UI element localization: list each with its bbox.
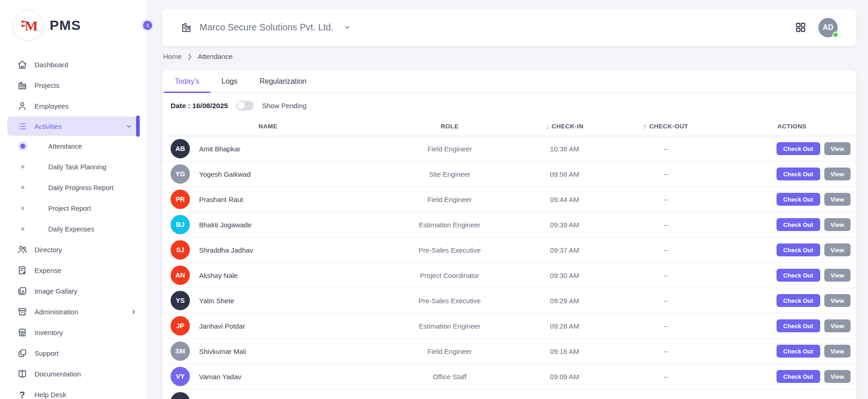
sort-arrow-up-icon: ↑ [643,122,647,130]
check-out-time: -- [604,246,728,254]
avatar: VY [171,367,190,386]
company-selector[interactable]: Marco Secure Solutions Pvt. Ltd. [181,22,351,33]
show-pending-toggle[interactable] [236,101,254,110]
svg-text:M: M [25,18,38,33]
apps-grid-icon[interactable] [795,22,806,33]
list-icon [17,121,28,132]
employee-role: Office Staff [374,373,525,381]
employee-name: Yatin Shete [199,297,234,305]
column-header-actions: ACTIONS [728,123,856,130]
store-icon [17,327,28,338]
view-button[interactable]: View [824,168,851,180]
sidebar-item-help-desk[interactable]: ?Help Desk [0,384,147,399]
check-out-button[interactable]: Check Out [777,142,820,155]
check-out-button[interactable]: Check Out [777,168,820,180]
employee-role: Field Engineer [374,196,525,203]
check-in-time: 09:28 AM [525,322,604,330]
column-header-role[interactable]: ROLE [374,123,525,130]
column-header-checkout[interactable]: ↑ CHECK-OUT [604,122,728,130]
column-header-name[interactable]: NAME [162,123,374,130]
sidebar-item-support[interactable]: Support [0,343,147,364]
view-button[interactable]: View [824,370,851,383]
sidebar-item-image-gallary[interactable]: Image Gallary [0,281,147,301]
sidebar-subitem-attendance[interactable]: Attendance [0,136,147,156]
table-row-partial [162,389,856,399]
sidebar-item-documentation[interactable]: Documentation [0,364,147,384]
sidebar-item-label: Help Desk [34,391,66,399]
bullet-dot-icon [21,227,24,231]
check-out-button[interactable]: Check Out [777,218,820,231]
view-button[interactable]: View [824,142,851,155]
breadcrumb: Home ❯ Attendance [163,52,233,60]
check-in-time: 09:30 AM [525,272,604,279]
view-button[interactable]: View [824,218,851,231]
sidebar-subitem-label: Daily Expenses [48,226,94,233]
attendance-card: Today'sLogsRegularization Date : 16/08/2… [162,70,856,399]
people-icon [17,244,28,255]
sidebar-item-inventory[interactable]: Inventory [0,322,147,343]
table-row: JPJanhavi PotdarEstimation Engineer09:28… [162,313,856,339]
user-avatar[interactable]: AD [818,18,838,37]
check-in-time: 09:44 AM [525,196,604,203]
person-icon [17,101,28,112]
check-out-time: -- [604,145,728,153]
sidebar-subitem-label: Attendance [48,143,82,150]
show-pending-label: Show Pending [262,102,307,110]
sidebar-item-directory[interactable]: Directory [0,239,147,260]
view-button[interactable]: View [824,319,851,332]
check-out-button[interactable]: Check Out [777,243,820,256]
employee-role: Pre-Sales Executive [374,297,525,305]
view-button[interactable]: View [824,193,851,206]
bullet-dot-icon [21,186,24,189]
sidebar-item-activities[interactable]: Activities [7,116,139,136]
table-row: BJBhakti JogawadeEstimation Engineer09:3… [162,212,856,237]
sidebar-item-label: Directory [34,246,62,254]
check-out-time: -- [604,196,728,203]
table-row: YGYogesh GaikwadSite Engineer09:58 AM--C… [162,162,856,187]
employee-role: Project Coordinator [374,272,525,279]
sidebar-subitem-daily-expenses[interactable]: Daily Expenses [0,219,147,239]
tab-today-s[interactable]: Today's [164,70,211,93]
sidebar-item-label: Image Gallary [34,287,77,295]
sidebar-subitem-label: Daily Task Planning [48,163,106,171]
sidebar-collapse-button[interactable] [141,19,154,32]
sidebar-subitem-project-report[interactable]: Project Report [0,198,147,219]
employee-role: Estimation Engineer [374,322,525,330]
sidebar-item-label: Dashboard [34,61,68,69]
sidebar-item-projects[interactable]: Projects [0,75,147,96]
employee-role: Pre-Sales Executive [374,246,525,254]
check-out-button[interactable]: Check Out [777,294,820,307]
sidebar-item-expense[interactable]: Expense [0,260,147,281]
view-button[interactable]: View [824,269,851,282]
receipt-icon [17,265,28,276]
check-in-time: 10:38 AM [525,145,604,153]
check-out-button[interactable]: Check Out [777,345,820,358]
sidebar-subitem-label: Project Report [48,205,91,212]
sidebar-item-dashboard[interactable]: Dashboard [0,54,147,75]
view-button[interactable]: View [824,243,851,256]
sidebar-subitem-daily-progress-report[interactable]: Daily Progress Report [0,177,147,198]
avatar: PR [171,190,190,209]
tab-logs[interactable]: Logs [211,70,249,93]
avatar: JP [171,316,190,335]
sidebar-item-employees[interactable]: Employees [0,96,147,116]
sidebar-item-label: Inventory [34,329,63,336]
check-out-button[interactable]: Check Out [777,193,820,206]
table-row: ABAmit BhapkarField Engineer10:38 AM--Ch… [162,136,856,162]
column-header-checkin[interactable]: ↓ CHECK-IN [525,122,604,130]
breadcrumb-home[interactable]: Home [163,52,182,60]
avatar: AB [171,139,190,158]
sidebar-subitem-daily-task-planning[interactable]: Daily Task Planning [0,156,147,177]
check-out-button[interactable]: Check Out [777,370,820,383]
sidebar-item-administration[interactable]: Administration [0,301,147,322]
sidebar: M PMS DashboardProjectsEmployeesActiviti… [0,0,148,399]
check-out-button[interactable]: Check Out [777,269,820,282]
check-out-time: -- [604,322,728,330]
check-in-time: 09:37 AM [525,246,604,254]
check-out-button[interactable]: Check Out [777,319,820,332]
view-button[interactable]: View [824,294,851,307]
chevron-down-icon [126,123,132,130]
view-button[interactable]: View [824,345,851,358]
tab-regularization[interactable]: Regularization [248,70,317,93]
employee-name: Vaman Yadav [199,373,241,381]
